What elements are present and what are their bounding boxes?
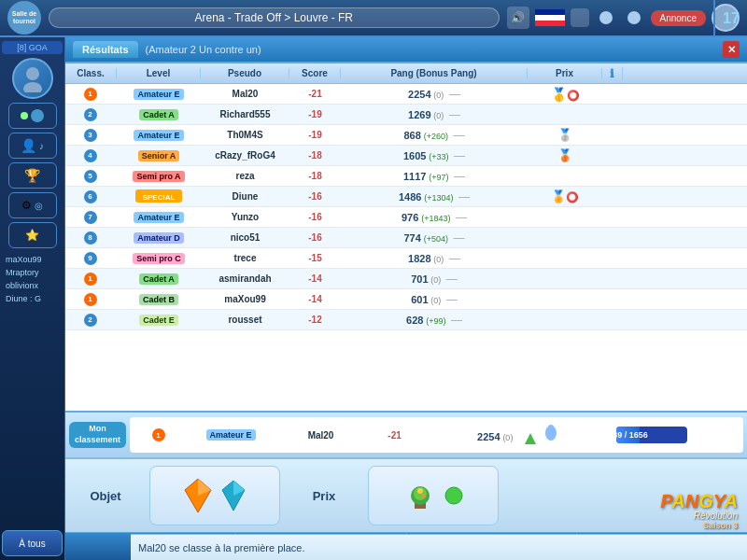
table-row: 1 Cadet B maXou99 -14 601 (0) — — [65, 289, 747, 310]
my-rank-pang: 2254 (0) — [424, 424, 611, 445]
td-pseudo: Yunzo — [201, 212, 289, 222]
table-row: 2 Cadet E rousset -12 628 (+99) — — [65, 310, 747, 330]
td-pang: 601 (0) — — [341, 293, 528, 306]
table-row: 2 Cadet A Richard555 -19 1269 (0) — — [65, 105, 747, 125]
td-rank: 2 — [65, 314, 117, 327]
chat-user-2: Mraptory — [4, 267, 61, 278]
table-row: 1 Amateur E Mal20 -21 2254 (0) — 🥇⭕ — [65, 84, 747, 105]
content-area: Résultats (Amateur 2 Un contre un) ✕ Cla… — [65, 37, 747, 560]
td-pang: 2254 (0) — — [341, 88, 528, 101]
rank-badge: 1 — [84, 88, 97, 101]
td-score: -16 — [289, 191, 341, 202]
td-prix: 🥈 — [528, 128, 602, 142]
th-score: Score — [289, 68, 341, 78]
td-pang: 1486 (+1304) — — [341, 190, 528, 203]
rank-badge: 4 — [84, 149, 97, 162]
td-pang: 868 (+260) — — [341, 129, 528, 142]
a-tous-button[interactable]: À tous — [2, 530, 63, 556]
level-tag: Senior A — [138, 150, 180, 161]
td-pang: 1269 (0) — — [341, 108, 528, 121]
td-pseudo: trece — [201, 253, 289, 263]
green-coin-icon — [444, 486, 463, 505]
table-row: 7 Amateur E Yunzo -16 976 (+1843) — — [65, 207, 747, 228]
svg-point-3 — [26, 67, 39, 80]
chat-user-4: Diune : G — [4, 293, 61, 304]
my-rank-section: Mon classement 1 Amateur E Mal20 -21 225… — [65, 411, 747, 457]
td-prix: 🥉 — [528, 148, 602, 162]
left-sidebar: [8] GOA 👤 ♪ 🏆 ⚙ ◎ ⭐ maXou99 Mraptory obl… — [0, 37, 65, 560]
td-pang: 976 (+1843) — — [341, 211, 528, 224]
td-level: Semi pro A — [117, 171, 201, 182]
td-pseudo: Th0M4S — [201, 130, 289, 140]
sidebar-item-1[interactable] — [8, 103, 57, 129]
level-tag: Amateur E — [134, 130, 183, 141]
rank-badge: 2 — [84, 314, 97, 327]
svg-marker-7 — [525, 433, 536, 444]
top-bar: Salle de tournoi Arena - Trade Off > Lou… — [0, 0, 747, 37]
pangya-sub2: Saison 3 — [703, 521, 738, 530]
td-pang: 701 (0) — — [341, 273, 528, 286]
th-class: Class. — [65, 68, 117, 78]
td-level: SPECIAL — [117, 188, 201, 206]
td-level: Senior A — [117, 150, 201, 161]
prize-prix-label: Prix — [291, 489, 357, 503]
sidebar-avatar — [12, 58, 53, 99]
prize-prix-icons — [403, 477, 463, 514]
sidebar-item-3[interactable]: 🏆 — [8, 162, 57, 189]
table-row: 6 SPECIAL Diune -16 1486 (+1304) — 🏅⭕ — [65, 187, 747, 207]
pangya-logo-text: PANGYA — [660, 492, 738, 511]
status-message: Mal20 se classe à la première place. — [138, 542, 305, 553]
td-rank: 7 — [65, 211, 117, 224]
td-pang: 1605 (+33) — — [341, 149, 528, 162]
td-rank: 9 — [65, 252, 117, 265]
td-rank: 1 — [65, 273, 117, 286]
td-pang: 1117 (+97) — — [341, 170, 528, 183]
th-info-icon[interactable]: ℹ — [602, 67, 623, 80]
level-tag: Amateur D — [134, 232, 184, 244]
td-rank: 3 — [65, 129, 117, 142]
td-level: Amateur D — [117, 232, 201, 244]
svg-point-9 — [548, 425, 554, 430]
svg-point-17 — [417, 488, 423, 494]
td-level: Cadet B — [117, 294, 201, 305]
rank-badge: 6 — [84, 190, 97, 203]
sidebar-item-5[interactable]: ⭐ — [8, 222, 57, 248]
table-row: 4 Senior A cRazy_fRoG4 -18 1605 (+33) — … — [65, 146, 747, 166]
table-row: 9 Semi pro C trece -15 1828 (0) — — [65, 248, 747, 269]
announce-button[interactable]: Annonce — [651, 10, 706, 26]
td-score: -16 — [289, 232, 341, 243]
level-tag: Cadet E — [139, 315, 178, 326]
my-rank-score: -21 — [369, 430, 420, 441]
table-row: 3 Amateur E Th0M4S -19 868 (+260) — 🥈 — [65, 125, 747, 146]
td-level: Amateur E — [117, 130, 201, 141]
sidebar-badge: [8] GOA — [2, 41, 63, 54]
table-row: 1 Cadet A asmirandah -14 701 (0) — — [65, 269, 747, 289]
thumbnails-icon — [571, 8, 589, 27]
dialog-subtitle: (Amateur 2 Un contre un) — [146, 44, 261, 55]
td-score: -14 — [289, 294, 341, 304]
results-table: Class. Level Pseudo Score Pang (Bonus Pa… — [65, 63, 747, 411]
sidebar-item-2[interactable]: 👤 ♪ — [8, 133, 57, 159]
my-rank-level: Amateur E — [189, 429, 273, 441]
level-tag: Cadet B — [139, 294, 178, 305]
sidebar-item-4[interactable]: ⚙ ◎ — [8, 192, 57, 218]
results-dialog: Résultats (Amateur 2 Un contre un) ✕ Cla… — [65, 37, 747, 560]
td-score: -19 — [289, 109, 341, 119]
rank-badge: 7 — [84, 211, 97, 224]
my-rank-progress: 539 / 1656 — [614, 427, 689, 443]
rank-badge: 3 — [84, 129, 97, 142]
td-rank: 2 — [65, 108, 117, 121]
progress-fill: 539 / 1656 — [616, 427, 640, 443]
prize-icons — [183, 477, 247, 514]
td-score: -18 — [289, 150, 341, 161]
volume-icon[interactable]: 🔊 — [507, 7, 529, 29]
td-rank: 1 — [65, 88, 117, 101]
td-pseudo: nico51 — [201, 232, 289, 243]
rank-badge: 5 — [84, 170, 97, 183]
status-bar: Mal20 se classe à la première place. — [131, 534, 747, 560]
my-rank-row: 1 Amateur E Mal20 -21 2254 (0) — [130, 417, 743, 453]
table-header: Class. Level Pseudo Score Pang (Bonus Pa… — [65, 63, 747, 84]
dialog-close-button[interactable]: ✕ — [723, 41, 740, 58]
th-pseudo: Pseudo — [201, 68, 289, 78]
td-level: Semi pro C — [117, 253, 201, 264]
